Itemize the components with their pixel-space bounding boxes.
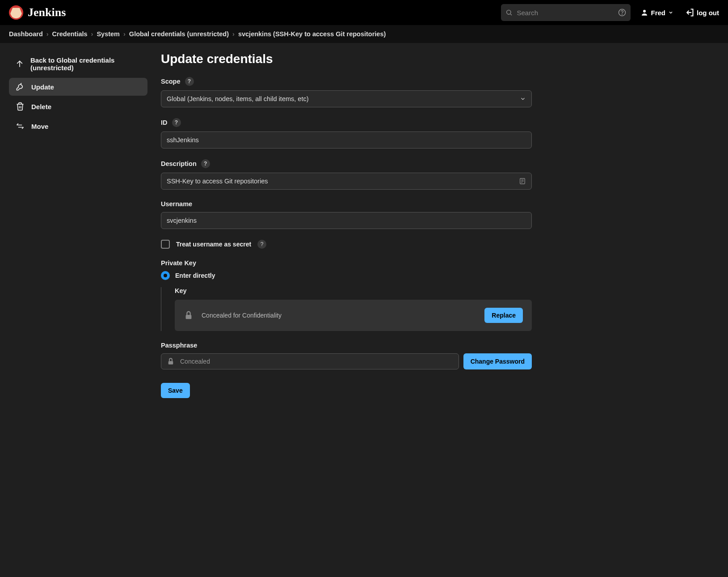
enter-directly-label: Enter directly (175, 272, 215, 279)
chevron-down-icon (520, 96, 526, 102)
breadcrumb: Dashboard › Credentials › System › Globa… (0, 25, 728, 43)
sidebar-item-label: Delete (31, 103, 51, 110)
svg-point-3 (622, 14, 622, 14)
trash-icon (15, 102, 25, 111)
scope-value: Global (Jenkins, nodes, items, all child… (167, 95, 309, 102)
chevron-right-icon: › (46, 30, 49, 38)
description-input[interactable] (167, 178, 515, 185)
enter-directly-radio[interactable] (161, 271, 170, 280)
username-label: Username (161, 200, 192, 208)
svg-point-4 (643, 10, 646, 13)
search-icon (505, 9, 513, 16)
scope-label: Scope (161, 78, 181, 85)
help-icon[interactable]: ? (257, 240, 266, 249)
svg-line-1 (510, 14, 512, 15)
passphrase-label: Passphrase (161, 342, 197, 349)
private-key-field: Private Key Enter directly Key Concealed… (161, 259, 532, 331)
move-icon (15, 122, 25, 131)
logout-icon (685, 8, 694, 17)
logo[interactable]: Jenkins (9, 5, 66, 20)
svg-point-0 (506, 10, 510, 14)
sidebar-item-delete[interactable]: Delete (9, 98, 147, 115)
id-label: ID (161, 119, 168, 126)
treat-secret-checkbox[interactable] (161, 240, 170, 249)
svg-rect-11 (186, 315, 192, 319)
jenkins-logo-icon (9, 5, 23, 20)
arrow-up-left-icon (15, 59, 24, 68)
private-key-label: Private Key (161, 259, 196, 267)
description-field: Description ? (161, 159, 532, 190)
logout-label: log out (697, 9, 719, 17)
help-icon[interactable]: ? (185, 77, 194, 86)
scope-select[interactable]: Global (Jenkins, nodes, items, all child… (161, 90, 532, 107)
description-label: Description (161, 160, 197, 167)
scope-field: Scope ? Global (Jenkins, nodes, items, a… (161, 77, 532, 107)
help-icon[interactable] (618, 8, 626, 17)
breadcrumb-item[interactable]: Global credentials (unrestricted) (129, 30, 229, 38)
chevron-right-icon: › (232, 30, 235, 38)
key-label: Key (175, 287, 187, 294)
user-icon (640, 8, 648, 17)
key-box: Concealed for Confidentiality Replace (175, 300, 532, 331)
header-bar: Jenkins Fred log out (0, 0, 728, 25)
breadcrumb-item[interactable]: svcjenkins (SSH-Key to access Git reposi… (238, 30, 386, 38)
chevron-right-icon: › (91, 30, 93, 38)
brand-name: Jenkins (28, 6, 66, 19)
id-input[interactable] (167, 136, 526, 144)
page-title: Update credentials (161, 52, 532, 66)
content-area: Update credentials Scope ? Global (Jenki… (161, 52, 532, 398)
logout-button[interactable]: log out (685, 8, 719, 17)
user-name: Fred (651, 9, 666, 17)
treat-secret-label: Treat username as secret (176, 241, 251, 248)
help-icon[interactable]: ? (172, 118, 181, 127)
passphrase-input[interactable]: Concealed (161, 353, 459, 369)
search-box[interactable] (501, 4, 631, 21)
breadcrumb-item[interactable]: Credentials (52, 30, 88, 38)
svg-rect-12 (168, 361, 173, 365)
chevron-down-icon (668, 10, 673, 15)
sidebar-item-label: Back to Global credentials (unrestricted… (30, 56, 141, 72)
username-field: Username (161, 200, 532, 229)
help-icon[interactable]: ? (201, 159, 210, 168)
sidebar-back-link[interactable]: Back to Global credentials (unrestricted… (9, 52, 147, 76)
wrench-icon (15, 82, 25, 91)
treat-secret-field: Treat username as secret ? (161, 240, 532, 249)
replace-button[interactable]: Replace (484, 308, 523, 323)
id-field: ID ? (161, 118, 532, 148)
lock-icon (184, 310, 194, 320)
save-button[interactable]: Save (161, 383, 190, 398)
passphrase-display: Concealed (180, 358, 210, 365)
lock-icon (167, 357, 175, 365)
note-icon[interactable] (519, 178, 526, 185)
sidebar-item-label: Move (31, 123, 48, 130)
breadcrumb-item[interactable]: System (97, 30, 120, 38)
chevron-right-icon: › (123, 30, 126, 38)
change-password-button[interactable]: Change Password (463, 353, 532, 369)
search-input[interactable] (517, 9, 614, 17)
sidebar-item-move[interactable]: Move (9, 117, 147, 135)
concealed-text: Concealed for Confidentiality (202, 312, 282, 319)
sidebar: Back to Global credentials (unrestricted… (9, 52, 147, 398)
sidebar-item-update[interactable]: Update (9, 78, 147, 96)
username-input[interactable] (167, 217, 526, 224)
breadcrumb-item[interactable]: Dashboard (9, 30, 43, 38)
sidebar-item-label: Update (31, 83, 54, 91)
passphrase-field: Passphrase Concealed Change Password (161, 342, 532, 369)
user-menu[interactable]: Fred (640, 8, 674, 17)
